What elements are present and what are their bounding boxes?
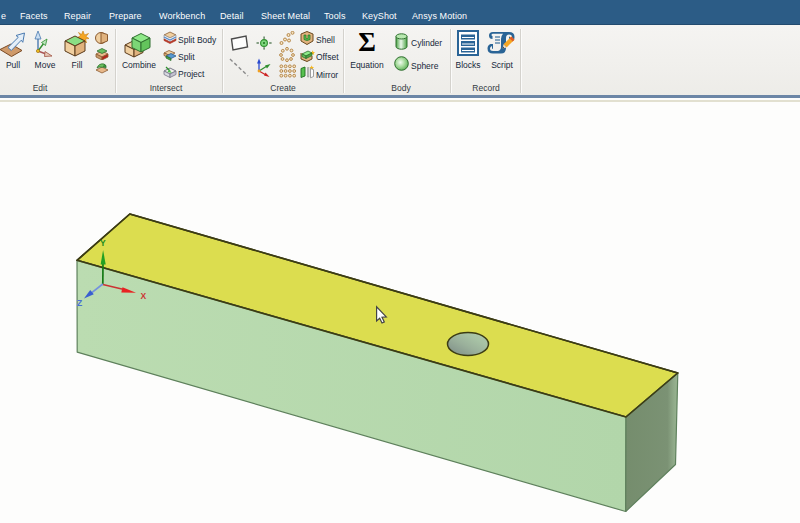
svg-text:Y: Y <box>100 238 106 248</box>
svg-text:Z: Z <box>77 298 82 308</box>
svg-text:X: X <box>141 291 147 301</box>
